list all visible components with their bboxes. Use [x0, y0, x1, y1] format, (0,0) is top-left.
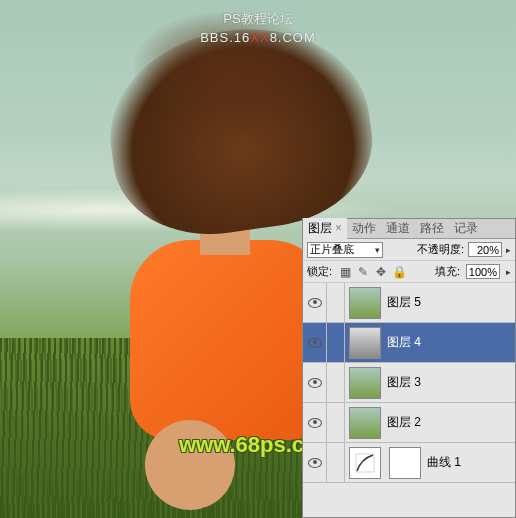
close-icon[interactable]: × [335, 221, 342, 235]
opacity-input[interactable]: 20% [468, 242, 502, 257]
tab-history[interactable]: 记录 [449, 218, 483, 239]
lock-move-icon[interactable]: ✥ [374, 265, 388, 279]
adjustment-thumb[interactable] [349, 447, 381, 479]
blend-mode-select[interactable]: 正片叠底 ▾ [307, 242, 383, 258]
chevron-down-icon: ▾ [375, 245, 380, 255]
opacity-label: 不透明度: [417, 242, 464, 257]
tab-actions[interactable]: 动作 [347, 218, 381, 239]
link-col[interactable] [327, 363, 345, 402]
layer-name[interactable]: 图层 4 [385, 334, 515, 351]
link-col[interactable] [327, 403, 345, 442]
visibility-toggle[interactable] [303, 283, 327, 322]
blend-row: 正片叠底 ▾ 不透明度: 20% ▸ [303, 239, 515, 261]
visibility-toggle[interactable] [303, 363, 327, 402]
link-col[interactable] [327, 283, 345, 322]
watermark-line2: BBS.16XX8.COM [0, 30, 516, 45]
visibility-toggle[interactable] [303, 323, 327, 362]
layer-name[interactable]: 图层 3 [385, 374, 515, 391]
svg-rect-0 [356, 454, 374, 472]
lock-brush-icon[interactable]: ✎ [356, 265, 370, 279]
mask-thumb[interactable] [389, 447, 421, 479]
lock-label: 锁定: [307, 264, 332, 279]
watermark-top: PS教程论坛 BBS.16XX8.COM [0, 10, 516, 45]
tab-layers[interactable]: 图层× [303, 218, 347, 239]
fill-chevron-icon[interactable]: ▸ [506, 267, 511, 277]
fill-input[interactable]: 100% [466, 264, 500, 279]
eye-icon [308, 298, 322, 308]
link-col[interactable] [327, 443, 345, 482]
layer-thumb[interactable] [349, 407, 381, 439]
visibility-toggle[interactable] [303, 403, 327, 442]
layer-name[interactable]: 曲线 1 [425, 454, 515, 471]
layer-name[interactable]: 图层 2 [385, 414, 515, 431]
lock-icons: ▦ ✎ ✥ 🔒 [338, 265, 406, 279]
layers-panel: 图层× 动作 通道 路径 记录 正片叠底 ▾ 不透明度: 20% ▸ 锁定: ▦… [302, 218, 516, 518]
layer-name[interactable]: 图层 5 [385, 294, 515, 311]
curves-icon [355, 453, 375, 473]
hair [97, 13, 382, 247]
fill-label: 填充: [435, 264, 460, 279]
torso [130, 240, 330, 440]
opacity-chevron-icon[interactable]: ▸ [506, 245, 511, 255]
layer-thumb[interactable] [349, 287, 381, 319]
eye-icon [308, 378, 322, 388]
link-col[interactable] [327, 323, 345, 362]
layer-thumb[interactable] [349, 367, 381, 399]
lock-all-icon[interactable]: 🔒 [392, 265, 406, 279]
tab-channels[interactable]: 通道 [381, 218, 415, 239]
watermark-line1: PS教程论坛 [0, 10, 516, 28]
panel-tabs: 图层× 动作 通道 路径 记录 [303, 219, 515, 239]
layer-thumb[interactable] [349, 327, 381, 359]
layer-row[interactable]: 图层 3 [303, 363, 515, 403]
tab-paths[interactable]: 路径 [415, 218, 449, 239]
layers-list: 图层 5 图层 4 图层 3 图层 2 曲线 1 [303, 283, 515, 483]
visibility-toggle[interactable] [303, 443, 327, 482]
layer-row[interactable]: 图层 2 [303, 403, 515, 443]
layer-row[interactable]: 图层 5 [303, 283, 515, 323]
lock-row: 锁定: ▦ ✎ ✥ 🔒 填充: 100% ▸ [303, 261, 515, 283]
eye-icon [308, 338, 322, 348]
layer-row[interactable]: 曲线 1 [303, 443, 515, 483]
lock-pixels-icon[interactable]: ▦ [338, 265, 352, 279]
eye-icon [308, 458, 322, 468]
layer-row[interactable]: 图层 4 [303, 323, 515, 363]
eye-icon [308, 418, 322, 428]
